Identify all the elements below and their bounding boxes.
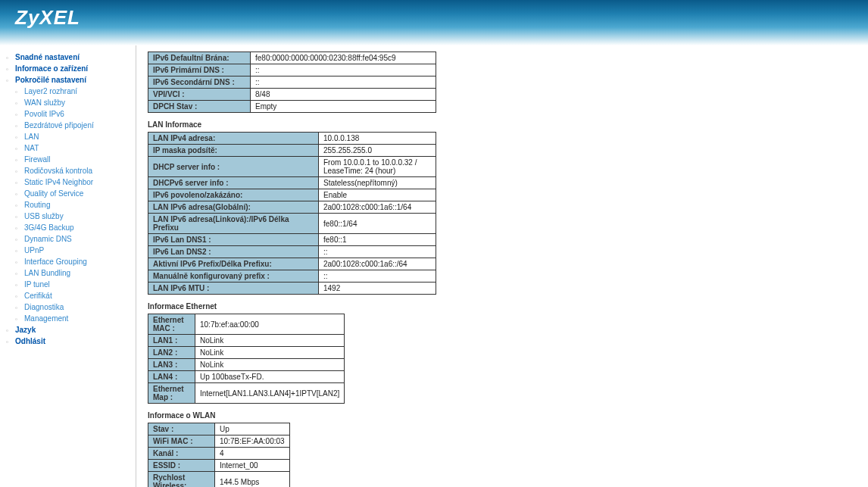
logo: ZyXEL [15, 6, 853, 30]
header: ZyXEL [0, 0, 868, 45]
row-label: IPv6 Lan DNS1 : [148, 234, 319, 246]
ethernet-section-title: Informace Ethernet [148, 302, 857, 311]
nav-routing[interactable]: Routing [8, 199, 128, 211]
lan-row: LAN IPv6 adresa(Linková):/IPv6 Délka Pre… [148, 214, 436, 234]
lan-row: Manuálně konfigurovaný prefix ::: [148, 270, 436, 283]
ethernet-row: Ethernet Map :Internet[LAN1.LAN3.LAN4]+1… [148, 383, 345, 404]
row-label: DHCP server info : [148, 157, 319, 177]
lan-row: LAN IPv6 MTU :1492 [148, 283, 436, 295]
wlan-row: ESSID :Internet_00 [148, 460, 290, 472]
nav-3g4g[interactable]: 3G/4G Backup [8, 222, 128, 233]
nav-layer2[interactable]: Layer2 rozhraní [8, 86, 128, 97]
row-value: NoLink [195, 359, 345, 371]
row-label: LAN IPv6 MTU : [148, 283, 319, 295]
lan-section-title: LAN Informace [148, 120, 857, 129]
nav-lan[interactable]: LAN [8, 131, 128, 142]
row-label: IPv6 Defaultní Brána: [148, 52, 251, 64]
row-label: IPv6 Lan DNS2 : [148, 246, 319, 258]
row-value: 144.5 Mbps [215, 472, 290, 488]
row-value: 10:7b:ef:aa:00:00 [195, 314, 345, 335]
nav-intgroup[interactable]: Interface Grouping [8, 256, 128, 267]
nav-staticipv4[interactable]: Static IPv4 Neighbor [8, 176, 128, 188]
nav-lanbund[interactable]: LAN Bundling [8, 267, 128, 279]
row-value: 255.255.255.0 [319, 145, 436, 157]
nav-jazyk[interactable]: Jazyk [8, 324, 128, 336]
row-label: IPv6 Primární DNS : [148, 64, 251, 76]
row-label: VPI/VCI : [148, 89, 251, 101]
row-label: Ethernet Map : [148, 383, 195, 404]
wlan-row: Kanál :4 [148, 448, 290, 460]
nav-diag[interactable]: Diagnostika [8, 301, 128, 313]
row-label: Rychlost Wireless: [148, 472, 215, 488]
row-value: 2a00:1028:c000:1a6::/64 [319, 258, 436, 270]
row-label: ESSID : [148, 460, 215, 472]
row-value: 10.0.0.138 [319, 133, 436, 145]
nav-rodicovska[interactable]: Rodičovská kontrola [8, 165, 128, 176]
wlan-info-table: Stav :UpWiFi MAC :10:7B:EF:AA:00:03Kanál… [148, 423, 290, 487]
row-label: IPv6 Secondární DNS : [148, 76, 251, 89]
row-value: Empty [251, 101, 436, 113]
nav-wan[interactable]: WAN služby [8, 97, 128, 108]
row-label: Manuálně konfigurovaný prefix : [148, 270, 319, 283]
row-value: Enable [319, 189, 436, 201]
wan-row: IPv6 Defaultní Brána:fe80:0000:0000:0000… [148, 52, 436, 64]
row-value: Internet_00 [215, 460, 290, 472]
row-value: fe80::1 [319, 234, 436, 246]
nav-pokrocile[interactable]: Pokročilé nastavení [8, 74, 128, 86]
nav-nat[interactable]: NAT [8, 142, 128, 154]
nav-dyndns[interactable]: Dynamic DNS [8, 233, 128, 245]
wlan-row: WiFi MAC :10:7B:EF:AA:00:03 [148, 435, 290, 448]
row-label: Aktivní IPv6 Prefix/Délka Prefixu: [148, 258, 319, 270]
row-value: NoLink [195, 335, 345, 347]
row-value: 1492 [319, 283, 436, 295]
nav-usb[interactable]: USB služby [8, 211, 128, 222]
content: IPv6 Defaultní Brána:fe80:0000:0000:0000… [136, 45, 868, 487]
nav-cert[interactable]: Cerifikát [8, 290, 128, 301]
lan-row: IPv6 Lan DNS1 :fe80::1 [148, 234, 436, 246]
row-value: 10:7B:EF:AA:00:03 [215, 435, 290, 448]
row-label: LAN3 : [148, 359, 195, 371]
nav-qos[interactable]: Quality of Service [8, 188, 128, 199]
wan-row: IPv6 Primární DNS ::: [148, 64, 436, 76]
nav-odhlasit[interactable]: Odhlásit [8, 336, 128, 347]
nav-bezdratove[interactable]: Bezdrátové připojení [8, 120, 128, 131]
nav-upnp[interactable]: UPnP [8, 245, 128, 256]
lan-info-table: LAN IPv4 adresa:10.0.0.138IP maska podsí… [148, 132, 436, 295]
wan-row: VPI/VCI :8/48 [148, 89, 436, 101]
lan-row: DHCPv6 server info :Stateless(nepřítomný… [148, 177, 436, 189]
row-label: IPv6 povoleno/zakázáno: [148, 189, 319, 201]
nav-ipv6[interactable]: Povolit IPv6 [8, 108, 128, 120]
ethernet-row: LAN1 :NoLink [148, 335, 345, 347]
nav-informace[interactable]: Informace o zařízení [8, 63, 128, 74]
row-value: fe80::1/64 [319, 214, 436, 234]
row-label: LAN4 : [148, 371, 195, 383]
row-value: :: [251, 64, 436, 76]
nav-snadne[interactable]: Snadné nastavení [8, 52, 128, 63]
nav-firewall[interactable]: Firewall [8, 154, 128, 165]
ethernet-row: LAN3 :NoLink [148, 359, 345, 371]
row-value: Up 100baseTx-FD. [195, 371, 345, 383]
lan-row: LAN IPv4 adresa:10.0.0.138 [148, 133, 436, 145]
row-value: 4 [215, 448, 290, 460]
row-label: LAN IPv4 adresa: [148, 133, 319, 145]
wan-info-table: IPv6 Defaultní Brána:fe80:0000:0000:0000… [148, 52, 436, 113]
row-label: LAN IPv6 adresa(Globální): [148, 201, 319, 214]
row-value: NoLink [195, 347, 345, 359]
row-label: LAN IPv6 adresa(Linková):/IPv6 Délka Pre… [148, 214, 319, 234]
row-label: LAN2 : [148, 347, 195, 359]
row-value: 8/48 [251, 89, 436, 101]
row-value: Stateless(nepřítomný) [319, 177, 436, 189]
sidebar: Snadné nastavení Informace o zařízení Po… [0, 45, 136, 487]
row-value: fe80:0000:0000:0000:0230:88ff:fe04:95c9 [251, 52, 436, 64]
row-value: 2a00:1028:c000:1a6::1/64 [319, 201, 436, 214]
nav-iptunel[interactable]: IP tunel [8, 279, 128, 290]
row-label: WiFi MAC : [148, 435, 215, 448]
row-value: Internet[LAN1.LAN3.LAN4]+1IPTV[LAN2] [195, 383, 345, 404]
ethernet-row: LAN2 :NoLink [148, 347, 345, 359]
nav-mgmt[interactable]: Management [8, 313, 128, 324]
ethernet-row: LAN4 :Up 100baseTx-FD. [148, 371, 345, 383]
wlan-row: Rychlost Wireless:144.5 Mbps [148, 472, 290, 488]
lan-row: Aktivní IPv6 Prefix/Délka Prefixu:2a00:1… [148, 258, 436, 270]
wlan-row: Stav :Up [148, 423, 290, 435]
row-label: DPCH Stav : [148, 101, 251, 113]
